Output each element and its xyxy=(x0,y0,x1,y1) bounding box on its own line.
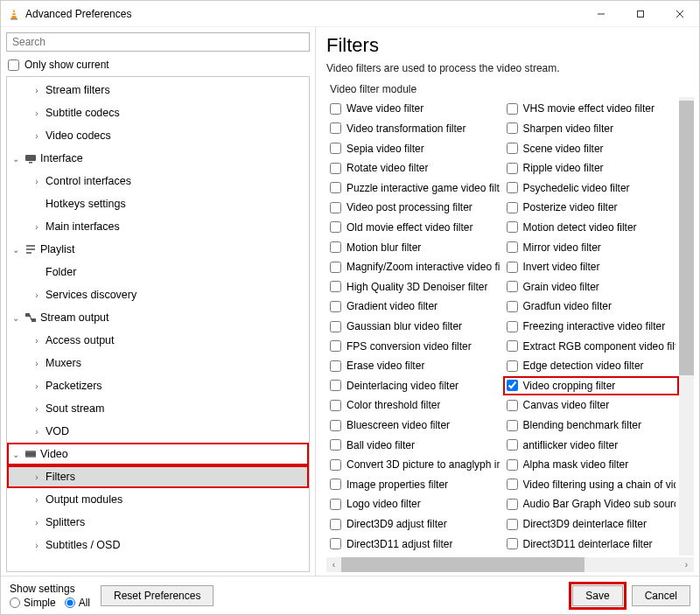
scroll-left-icon[interactable]: ‹ xyxy=(326,557,341,572)
filter-item[interactable]: FPS conversion video filter xyxy=(326,336,503,356)
tree-item[interactable]: ⌄Video xyxy=(7,443,309,465)
filter-item[interactable]: Logo video filter xyxy=(326,494,503,514)
filter-item[interactable]: antiflicker video filter xyxy=(503,435,680,455)
chevron-down-icon[interactable]: ⌄ xyxy=(10,450,21,459)
filter-checkbox[interactable] xyxy=(330,439,341,451)
filter-checkbox[interactable] xyxy=(330,103,341,115)
tree-item[interactable]: ›Packetizers xyxy=(7,374,309,397)
radio-all-row[interactable]: All xyxy=(65,597,90,609)
filter-item[interactable]: Posterize video filter xyxy=(503,198,680,218)
chevron-right-icon[interactable]: › xyxy=(32,131,42,141)
filter-checkbox[interactable] xyxy=(330,163,341,174)
filter-item[interactable]: Image properties filter xyxy=(326,475,503,495)
filter-item[interactable]: Bluescreen video filter xyxy=(326,416,503,436)
filter-checkbox[interactable] xyxy=(507,519,518,530)
filter-item[interactable]: Extract RGB component video filter xyxy=(503,336,680,356)
tree-item[interactable]: ›Subtitle codecs xyxy=(7,101,309,124)
filter-item[interactable]: Scene video filter xyxy=(503,138,680,158)
tree-item[interactable]: ›Services discovery xyxy=(7,283,309,306)
filter-checkbox[interactable] xyxy=(507,281,518,292)
filter-checkbox[interactable] xyxy=(507,420,518,431)
filter-item[interactable]: Direct3D11 deinterlace filter xyxy=(503,534,680,554)
filter-checkbox[interactable] xyxy=(330,301,341,312)
filter-checkbox[interactable] xyxy=(330,380,341,391)
filter-checkbox[interactable] xyxy=(507,143,518,154)
filter-item[interactable]: Motion detect video filter xyxy=(503,218,680,238)
filter-item[interactable]: Direct3D11 adjust filter xyxy=(326,534,503,554)
tree-item[interactable]: ⌄Stream output xyxy=(7,306,309,329)
chevron-right-icon[interactable]: › xyxy=(32,336,42,346)
tree-item[interactable]: ⌄Playlist xyxy=(7,238,309,261)
chevron-right-icon[interactable]: › xyxy=(32,359,42,368)
scroll-right-icon[interactable]: › xyxy=(679,557,694,572)
filter-item[interactable]: Psychedelic video filter xyxy=(503,178,680,198)
chevron-down-icon[interactable]: ⌄ xyxy=(10,154,21,164)
filter-checkbox[interactable] xyxy=(330,221,341,233)
filter-checkbox[interactable] xyxy=(507,221,518,233)
filter-checkbox[interactable] xyxy=(330,182,341,193)
filter-checkbox[interactable] xyxy=(507,321,518,332)
filter-item[interactable]: Video filtering using a chain of video f… xyxy=(503,475,680,495)
filter-checkbox[interactable] xyxy=(330,400,341,411)
tree-item[interactable]: ›Subtitles / OSD xyxy=(7,534,309,556)
filter-item[interactable]: Edge detection video filter xyxy=(503,356,680,376)
filter-checkbox[interactable] xyxy=(507,262,518,273)
chevron-down-icon[interactable]: ⌄ xyxy=(10,313,21,323)
chevron-right-icon[interactable]: › xyxy=(32,86,42,95)
chevron-right-icon[interactable]: › xyxy=(32,518,42,528)
filter-item[interactable]: Deinterlacing video filter xyxy=(326,376,503,396)
preferences-tree[interactable]: ›Stream filters›Subtitle codecs›Video co… xyxy=(7,77,309,571)
radio-simple[interactable] xyxy=(10,598,20,608)
close-button[interactable] xyxy=(660,1,699,27)
maximize-button[interactable] xyxy=(620,1,660,27)
chevron-down-icon[interactable]: ⌄ xyxy=(10,245,21,255)
filter-checkbox[interactable] xyxy=(507,538,518,549)
minimize-button[interactable] xyxy=(581,1,620,27)
tree-item[interactable]: Folder xyxy=(7,261,309,283)
filter-checkbox[interactable] xyxy=(507,103,518,115)
filter-checkbox[interactable] xyxy=(330,281,341,292)
filter-item[interactable]: Wave video filter xyxy=(326,99,503,119)
filter-checkbox[interactable] xyxy=(507,479,518,490)
search-input[interactable] xyxy=(6,32,310,52)
filter-item[interactable]: Freezing interactive video filter xyxy=(503,317,680,337)
filters-horizontal-scrollbar[interactable]: ‹ › xyxy=(326,557,694,572)
filter-checkbox[interactable] xyxy=(330,202,341,213)
filter-checkbox[interactable] xyxy=(507,499,518,510)
filter-item[interactable]: Blending benchmark filter xyxy=(503,416,680,436)
tree-item[interactable]: ›Access output xyxy=(7,329,309,352)
filter-item[interactable]: Ripple video filter xyxy=(503,158,680,178)
reset-preferences-button[interactable]: Reset Preferences xyxy=(101,585,214,606)
tree-item[interactable]: ›Filters xyxy=(7,465,309,488)
filters-vertical-scrollbar[interactable] xyxy=(679,97,694,556)
filter-checkbox[interactable] xyxy=(330,420,341,431)
filter-checkbox[interactable] xyxy=(507,380,518,391)
filter-item[interactable]: Mirror video filter xyxy=(503,237,680,257)
scrollbar-thumb[interactable] xyxy=(341,557,584,572)
chevron-right-icon[interactable]: › xyxy=(32,108,42,118)
filter-item[interactable]: Puzzle interactive game video filter xyxy=(326,178,503,198)
chevron-right-icon[interactable]: › xyxy=(32,472,42,482)
radio-all[interactable] xyxy=(65,598,75,608)
chevron-right-icon[interactable]: › xyxy=(32,290,42,300)
tree-item[interactable]: ›Video codecs xyxy=(7,124,309,147)
filter-item[interactable]: Convert 3D picture to anaglyph image vid… xyxy=(326,455,503,475)
chevron-right-icon[interactable]: › xyxy=(32,495,42,505)
tree-item[interactable]: ›Output modules xyxy=(7,488,309,511)
filter-checkbox[interactable] xyxy=(507,400,518,411)
filter-checkbox[interactable] xyxy=(507,360,518,372)
filter-checkbox[interactable] xyxy=(330,360,341,372)
filter-item[interactable]: VHS movie effect video filter xyxy=(503,99,680,119)
filter-checkbox[interactable] xyxy=(330,321,341,332)
tree-item[interactable]: ›Splitters xyxy=(7,511,309,534)
filter-item[interactable]: Gaussian blur video filter xyxy=(326,317,503,337)
filter-item[interactable]: Invert video filter xyxy=(503,257,680,277)
filter-checkbox[interactable] xyxy=(507,241,518,253)
filter-checkbox[interactable] xyxy=(507,202,518,213)
filter-item[interactable]: Grain video filter xyxy=(503,276,680,297)
filter-item[interactable]: Old movie effect video filter xyxy=(326,218,503,238)
filter-item[interactable]: Canvas video filter xyxy=(503,395,680,416)
filter-item[interactable]: Gradfun video filter xyxy=(503,297,680,317)
filter-checkbox[interactable] xyxy=(330,479,341,490)
tree-item[interactable]: ›Control interfaces xyxy=(7,170,309,192)
